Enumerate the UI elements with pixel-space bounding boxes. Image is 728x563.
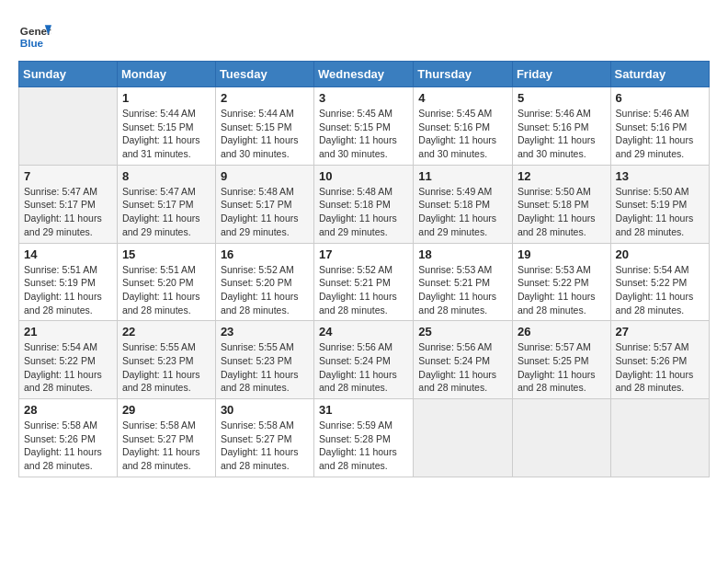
day-info: Sunrise: 5:47 AMSunset: 5:17 PMDaylight:… (24, 185, 112, 239)
day-number: 3 (319, 91, 408, 105)
calendar-cell: 18 Sunrise: 5:53 AMSunset: 5:21 PMDaylig… (414, 243, 513, 321)
day-info: Sunrise: 5:46 AMSunset: 5:16 PMDaylight:… (616, 107, 704, 161)
day-info: Sunrise: 5:44 AMSunset: 5:15 PMDaylight:… (221, 107, 309, 161)
calendar-cell: 23 Sunrise: 5:55 AMSunset: 5:23 PMDaylig… (215, 321, 313, 399)
day-number: 15 (122, 247, 210, 261)
day-number: 30 (221, 403, 309, 417)
calendar-cell: 24 Sunrise: 5:56 AMSunset: 5:24 PMDaylig… (314, 321, 414, 399)
calendar-cell: 9 Sunrise: 5:48 AMSunset: 5:17 PMDayligh… (215, 165, 313, 243)
day-number: 4 (418, 91, 507, 105)
day-info: Sunrise: 5:58 AMSunset: 5:27 PMDaylight:… (221, 419, 309, 473)
day-number: 29 (122, 403, 210, 417)
day-info: Sunrise: 5:57 AMSunset: 5:25 PMDaylight:… (518, 340, 606, 395)
calendar-cell: 13 Sunrise: 5:50 AMSunset: 5:19 PMDaylig… (610, 165, 709, 243)
day-number: 19 (518, 247, 606, 261)
calendar-cell (610, 399, 709, 477)
day-number: 25 (418, 325, 507, 339)
day-number: 14 (24, 247, 112, 261)
day-info: Sunrise: 5:51 AMSunset: 5:20 PMDaylight:… (122, 263, 210, 317)
day-number: 31 (319, 403, 408, 417)
day-info: Sunrise: 5:50 AMSunset: 5:19 PMDaylight:… (616, 185, 704, 239)
calendar-cell: 28 Sunrise: 5:58 AMSunset: 5:26 PMDaylig… (19, 399, 118, 477)
weekday-header: Saturday (610, 62, 709, 87)
day-number: 7 (24, 169, 112, 183)
day-number: 20 (616, 247, 704, 261)
calendar-cell: 25 Sunrise: 5:56 AMSunset: 5:24 PMDaylig… (414, 321, 513, 399)
calendar-cell: 11 Sunrise: 5:49 AMSunset: 5:18 PMDaylig… (414, 165, 513, 243)
day-info: Sunrise: 5:55 AMSunset: 5:23 PMDaylight:… (221, 340, 309, 395)
day-number: 8 (122, 169, 210, 183)
day-number: 27 (616, 325, 704, 339)
day-number: 2 (221, 91, 309, 105)
weekday-header: Friday (512, 62, 610, 87)
day-number: 23 (221, 325, 309, 339)
day-info: Sunrise: 5:54 AMSunset: 5:22 PMDaylight:… (24, 340, 112, 395)
calendar-cell (414, 399, 513, 477)
day-number: 21 (24, 325, 112, 339)
day-info: Sunrise: 5:52 AMSunset: 5:21 PMDaylight:… (319, 263, 408, 317)
calendar-cell: 5 Sunrise: 5:46 AMSunset: 5:16 PMDayligh… (512, 87, 610, 166)
day-info: Sunrise: 5:53 AMSunset: 5:22 PMDaylight:… (518, 263, 606, 317)
day-info: Sunrise: 5:48 AMSunset: 5:18 PMDaylight:… (319, 185, 408, 239)
day-info: Sunrise: 5:49 AMSunset: 5:18 PMDaylight:… (418, 185, 507, 239)
day-number: 18 (418, 247, 507, 261)
day-number: 9 (221, 169, 309, 183)
day-info: Sunrise: 5:45 AMSunset: 5:15 PMDaylight:… (319, 107, 408, 161)
calendar-cell: 27 Sunrise: 5:57 AMSunset: 5:26 PMDaylig… (610, 321, 709, 399)
calendar-cell: 4 Sunrise: 5:45 AMSunset: 5:16 PMDayligh… (414, 87, 513, 166)
calendar-table: SundayMondayTuesdayWednesdayThursdayFrid… (18, 61, 710, 477)
calendar-cell: 12 Sunrise: 5:50 AMSunset: 5:18 PMDaylig… (512, 165, 610, 243)
day-number: 13 (616, 169, 704, 183)
day-number: 17 (319, 247, 408, 261)
day-number: 26 (518, 325, 606, 339)
day-number: 6 (616, 91, 704, 105)
weekday-header: Monday (117, 62, 215, 87)
calendar-cell: 6 Sunrise: 5:46 AMSunset: 5:16 PMDayligh… (610, 87, 709, 166)
page-header: General Blue (18, 18, 710, 52)
calendar-cell: 15 Sunrise: 5:51 AMSunset: 5:20 PMDaylig… (117, 243, 215, 321)
calendar-cell: 14 Sunrise: 5:51 AMSunset: 5:19 PMDaylig… (19, 243, 118, 321)
day-info: Sunrise: 5:53 AMSunset: 5:21 PMDaylight:… (418, 263, 507, 317)
calendar-cell: 8 Sunrise: 5:47 AMSunset: 5:17 PMDayligh… (117, 165, 215, 243)
calendar-cell: 21 Sunrise: 5:54 AMSunset: 5:22 PMDaylig… (19, 321, 118, 399)
day-number: 22 (122, 325, 210, 339)
svg-text:Blue: Blue (20, 37, 44, 49)
calendar-cell: 16 Sunrise: 5:52 AMSunset: 5:20 PMDaylig… (215, 243, 313, 321)
day-info: Sunrise: 5:50 AMSunset: 5:18 PMDaylight:… (518, 185, 606, 239)
weekday-header: Tuesday (215, 62, 313, 87)
calendar-cell: 20 Sunrise: 5:54 AMSunset: 5:22 PMDaylig… (610, 243, 709, 321)
day-info: Sunrise: 5:59 AMSunset: 5:28 PMDaylight:… (319, 419, 408, 473)
logo: General Blue (18, 18, 55, 52)
day-info: Sunrise: 5:58 AMSunset: 5:27 PMDaylight:… (122, 419, 210, 473)
calendar-cell: 22 Sunrise: 5:55 AMSunset: 5:23 PMDaylig… (117, 321, 215, 399)
day-info: Sunrise: 5:55 AMSunset: 5:23 PMDaylight:… (122, 340, 210, 395)
calendar-cell: 29 Sunrise: 5:58 AMSunset: 5:27 PMDaylig… (117, 399, 215, 477)
day-info: Sunrise: 5:44 AMSunset: 5:15 PMDaylight:… (122, 107, 210, 161)
day-info: Sunrise: 5:56 AMSunset: 5:24 PMDaylight:… (319, 340, 408, 395)
weekday-header: Wednesday (314, 62, 414, 87)
day-number: 11 (418, 169, 507, 183)
day-number: 24 (319, 325, 408, 339)
calendar-cell: 2 Sunrise: 5:44 AMSunset: 5:15 PMDayligh… (215, 87, 313, 166)
calendar-cell: 31 Sunrise: 5:59 AMSunset: 5:28 PMDaylig… (314, 399, 414, 477)
calendar-cell: 3 Sunrise: 5:45 AMSunset: 5:15 PMDayligh… (314, 87, 414, 166)
calendar-cell: 7 Sunrise: 5:47 AMSunset: 5:17 PMDayligh… (19, 165, 118, 243)
day-info: Sunrise: 5:46 AMSunset: 5:16 PMDaylight:… (518, 107, 606, 161)
day-info: Sunrise: 5:47 AMSunset: 5:17 PMDaylight:… (122, 185, 210, 239)
calendar-cell (512, 399, 610, 477)
day-number: 10 (319, 169, 408, 183)
logo-icon: General Blue (18, 18, 51, 52)
day-number: 5 (518, 91, 606, 105)
day-info: Sunrise: 5:54 AMSunset: 5:22 PMDaylight:… (616, 263, 704, 317)
day-info: Sunrise: 5:45 AMSunset: 5:16 PMDaylight:… (418, 107, 507, 161)
day-info: Sunrise: 5:52 AMSunset: 5:20 PMDaylight:… (221, 263, 309, 317)
day-info: Sunrise: 5:48 AMSunset: 5:17 PMDaylight:… (221, 185, 309, 239)
day-info: Sunrise: 5:57 AMSunset: 5:26 PMDaylight:… (616, 340, 704, 395)
day-info: Sunrise: 5:51 AMSunset: 5:19 PMDaylight:… (24, 263, 112, 317)
calendar-cell: 30 Sunrise: 5:58 AMSunset: 5:27 PMDaylig… (215, 399, 313, 477)
day-number: 12 (518, 169, 606, 183)
weekday-header: Thursday (414, 62, 513, 87)
calendar-cell: 10 Sunrise: 5:48 AMSunset: 5:18 PMDaylig… (314, 165, 414, 243)
day-number: 1 (122, 91, 210, 105)
calendar-cell: 17 Sunrise: 5:52 AMSunset: 5:21 PMDaylig… (314, 243, 414, 321)
